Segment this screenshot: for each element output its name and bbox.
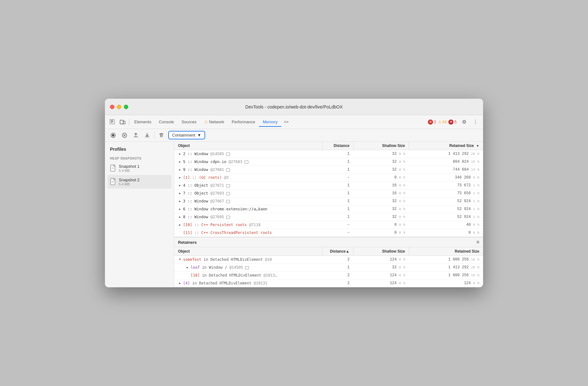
ret-cell-object: ▶[4] in Detached HTMLDivElement @10131 <box>174 279 322 287</box>
ret-col-distance[interactable]: Distance▲ <box>322 247 353 256</box>
ret-cell-distance: 2 <box>322 256 353 264</box>
tab-performance[interactable]: Performance <box>228 118 259 127</box>
table-row[interactable]: ▶[10] :: C++ Persistent roots @7118–0 0 … <box>174 221 483 229</box>
cell-distance: 1 <box>322 213 353 221</box>
containment-dropdown[interactable]: Containment ▼ <box>168 131 205 139</box>
title-bar: DevTools - codepen.io/web-dot-dev/live/P… <box>105 99 483 115</box>
cell-retained-size: 52 924 1 % <box>409 213 483 221</box>
retainer-row[interactable]: [10] in Detached HTMLDivElement @1013…21… <box>174 272 483 279</box>
retainers-table-container[interactable]: Object Distance▲ Shallow Size Retained S… <box>174 247 483 287</box>
table-row[interactable]: ▶7 :: Object @27693 116 0 %75 656 1 % <box>174 190 483 197</box>
info-count-circle: ✕ <box>448 120 453 125</box>
record-button[interactable] <box>109 131 118 140</box>
retainers-section: Retainers ≡ Object Distance▲ Shallow Siz… <box>174 237 483 287</box>
expand-btn[interactable]: ▶ <box>178 176 182 179</box>
expand-btn[interactable]: ▶ <box>178 191 182 195</box>
cell-distance: – <box>322 221 353 229</box>
warning-badge[interactable]: ⚠ 66 <box>438 120 447 124</box>
data-panel: Object Distance Shallow Size Retained Si… <box>174 142 483 287</box>
settings-gear-icon[interactable]: ⚙ <box>459 117 469 127</box>
table-row[interactable]: ▶2 :: Window @14505 132 0 %1 413 292 26 … <box>174 150 483 158</box>
col-object[interactable]: Object <box>174 142 322 150</box>
main-content: Profiles HEAP SNAPSHOTS Snapshot 1 5.4 M… <box>105 142 483 287</box>
expand-btn[interactable]: ▶ <box>178 199 182 203</box>
tab-elements[interactable]: Elements <box>130 118 155 127</box>
cell-object: ▶4 :: Object @27671 <box>174 182 322 190</box>
error-badge[interactable]: ✕ 2 <box>428 120 436 125</box>
table-row[interactable]: ▶6 :: Window chrome-extension://a…kaon13… <box>174 205 483 213</box>
more-options-icon[interactable]: ⋮ <box>470 117 481 127</box>
tab-console[interactable]: Console <box>155 118 178 127</box>
cell-object: ▶6 :: Window chrome-extension://a…kaon <box>174 205 322 213</box>
ret-col-retained[interactable]: Retained Size <box>409 247 483 256</box>
col-distance[interactable]: Distance <box>322 142 353 150</box>
col-retained-size[interactable]: Retained Size ▼ <box>409 142 483 150</box>
ret-cell-distance: 2 <box>322 279 353 287</box>
expand-btn[interactable]: ▶ <box>186 266 189 269</box>
cell-shallow-size: 0 0 % <box>353 229 409 237</box>
inspect-element-icon[interactable] <box>107 117 118 127</box>
toolbar-separator <box>154 132 154 138</box>
cell-object: ▶3 :: Window @27667 <box>174 197 322 205</box>
network-warning-icon: ⚠ <box>204 120 208 124</box>
info-badge[interactable]: ✕ 5 <box>448 120 457 125</box>
more-tabs-button[interactable]: >> <box>281 118 291 126</box>
snapshot-1-text: Snapshot 1 5.4 MB <box>119 164 169 173</box>
ret-col-object[interactable]: Object <box>174 247 322 256</box>
cell-distance: 1 <box>322 166 353 174</box>
ret-cell-object: ▼someText in Detached HTMLDivElement @10 <box>174 256 322 264</box>
window-icon <box>226 168 230 172</box>
main-table-container[interactable]: Object Distance Shallow Size Retained Si… <box>174 142 483 237</box>
tab-memory[interactable]: Memory <box>259 118 281 127</box>
snapshot-file-icon <box>110 165 116 172</box>
main-table-body: ▶2 :: Window @14505 132 0 %1 413 292 26 … <box>174 150 483 237</box>
window-icon <box>226 153 230 156</box>
cell-object: ▶2 :: Window @14505 <box>174 150 322 158</box>
toolbar: Containment ▼ <box>105 129 483 142</box>
ret-cell-retained-size: 1 413 292 26 % <box>409 264 483 272</box>
upload-button[interactable] <box>131 131 140 140</box>
clear-button[interactable] <box>120 131 129 140</box>
expand-btn[interactable]: ▶ <box>178 281 182 285</box>
table-row[interactable]: ▶3 :: Window @27667 132 0 %52 924 1 % <box>174 197 483 205</box>
devtools-window: DevTools - codepen.io/web-dot-dev/live/P… <box>105 99 483 287</box>
table-row[interactable]: ▶[1] :: (GC roots) @3–0 0 %346 268 6 % <box>174 174 483 182</box>
table-row[interactable]: ▶4 :: Object @27671 116 0 %75 672 1 % <box>174 182 483 190</box>
expand-btn[interactable]: ▶ <box>178 160 182 164</box>
expand-btn[interactable]: ▶ <box>178 168 182 172</box>
retainer-row[interactable]: ▶leaf in Window / @14505 132 0 %1 413 29… <box>174 264 483 272</box>
table-row[interactable]: ▶9 :: Window @27681 132 0 %744 684 14 % <box>174 166 483 174</box>
cell-shallow-size: 0 0 % <box>353 221 409 229</box>
expand-btn[interactable]: ▼ <box>178 258 182 261</box>
retainers-menu-icon[interactable]: ≡ <box>476 239 479 245</box>
snapshot-1-item[interactable]: Snapshot 1 5.4 MB <box>107 161 171 175</box>
expand-btn[interactable]: ▶ <box>178 223 182 227</box>
ret-col-shallow[interactable]: Shallow Size <box>353 247 409 256</box>
close-button[interactable] <box>110 105 114 109</box>
ret-cell-shallow-size: 124 0 % <box>353 256 409 264</box>
table-row[interactable]: [11] :: C++ CrossThreadPersistent roots–… <box>174 229 483 237</box>
maximize-button[interactable] <box>124 105 128 109</box>
collect-garbage-button[interactable] <box>157 131 166 140</box>
download-button[interactable] <box>143 131 152 140</box>
table-row[interactable]: ▶8 :: Window @27695 132 0 %52 924 1 % <box>174 213 483 221</box>
cell-distance: – <box>322 174 353 182</box>
snapshot-1-name: Snapshot 1 <box>119 164 169 169</box>
tab-sources[interactable]: Sources <box>178 118 200 127</box>
device-toolbar-icon[interactable] <box>118 117 128 127</box>
snapshot-2-item[interactable]: Snapshot 2 5.4 MB <box>107 175 171 189</box>
retainer-row[interactable]: ▶[4] in Detached HTMLDivElement @1013121… <box>174 279 483 287</box>
expand-btn[interactable]: ▶ <box>178 184 182 187</box>
expand-btn[interactable]: ▶ <box>178 207 182 211</box>
retainer-row[interactable]: ▼someText in Detached HTMLDivElement @10… <box>174 256 483 264</box>
col-shallow-size[interactable]: Shallow Size <box>353 142 409 150</box>
expand-btn[interactable]: ▶ <box>178 152 182 156</box>
expand-btn[interactable]: ▶ <box>178 215 182 219</box>
table-row[interactable]: ▶5 :: Window cdpn.io @27683 132 0 %804 0… <box>174 158 483 166</box>
warning-count: 66 <box>442 120 447 124</box>
window-icon <box>226 200 230 203</box>
tab-network[interactable]: ⚠ Network <box>200 118 228 127</box>
minimize-button[interactable] <box>117 105 121 109</box>
ret-cell-shallow-size: 124 0 % <box>353 272 409 279</box>
error-count: 2 <box>434 120 436 124</box>
